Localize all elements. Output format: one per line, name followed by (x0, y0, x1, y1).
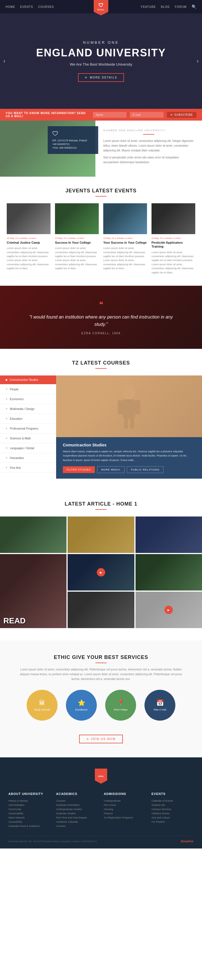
play-icon[interactable]: ▶ (164, 606, 173, 614)
list-item[interactable]: Campus Services (151, 808, 194, 811)
overlay (135, 517, 202, 553)
plus-icon: + (6, 436, 8, 440)
article-item[interactable] (68, 592, 134, 628)
nav-left-links: HOME EVENTS COURSES (6, 5, 54, 8)
course-item[interactable]: + Fine Arts (0, 463, 56, 473)
nav-blog[interactable]: BLOG (161, 5, 170, 8)
filter-studies-button[interactable]: Filter Studies (63, 466, 95, 473)
fax-text: +Fax: 048 506902131 (52, 146, 94, 149)
list-item[interactable]: News Network (8, 816, 51, 819)
dot-icon (6, 379, 7, 381)
list-item[interactable]: Student Life (151, 803, 194, 807)
footer-col-academics: ACADEMICS Courses Graduate Orientation U… (56, 792, 98, 829)
map-icon: 📍 (117, 699, 124, 706)
article-item-large[interactable]: READ (0, 554, 67, 628)
list-item[interactable]: Part-Time and Post-Degree (56, 816, 98, 819)
event-date-1: 15 May, 22 a october, m.Hms (7, 237, 51, 239)
list-item[interactable]: Pre-Arrival (104, 803, 146, 807)
public-relations-button[interactable]: Public Relations (127, 466, 164, 473)
info-bar: YOU WANT TO KNOW MORE INFORMATION? SEND … (0, 109, 202, 121)
service-label-excellence: Excellence (75, 708, 87, 711)
nav-home[interactable]: HOME (6, 5, 15, 8)
search-icon[interactable]: 🔍 (192, 5, 196, 9)
footer-logo: EthIc (8, 768, 194, 784)
site-logo[interactable]: 🛡 EthIc (94, 0, 108, 16)
event-image-3 (103, 203, 147, 234)
subscribe-button[interactable]: ✕ SUBSCRIBE (167, 112, 196, 118)
next-arrow-icon[interactable]: › (197, 57, 199, 65)
list-item[interactable]: Community (8, 808, 51, 811)
list-item[interactable]: Sustainability (8, 812, 51, 815)
article-item[interactable] (135, 554, 202, 590)
article-item[interactable]: ▶ (135, 592, 202, 628)
list-item[interactable]: Arts and Culture (151, 816, 194, 819)
list-item[interactable]: Housing (104, 808, 146, 811)
course-item[interactable]: + Professional Programs (0, 424, 56, 433)
courses-divider (95, 368, 107, 369)
footer-col-admissions-title: ADMISSIONS (104, 792, 146, 795)
event-image-4 (151, 203, 195, 234)
prev-arrow-icon[interactable]: ‹ (3, 57, 5, 65)
course-item[interactable]: + People (0, 384, 56, 394)
course-item[interactable]: + Languages / Global (0, 443, 56, 453)
list-item[interactable]: Administration (8, 803, 51, 807)
service-circle-excellence[interactable]: ⭐ Excellence (66, 690, 97, 721)
list-item[interactable]: Finance (104, 812, 146, 815)
list-item[interactable]: Graduate Studies (56, 812, 98, 815)
list-item[interactable]: Co-Registration Programs (104, 816, 146, 819)
hero-more-details-button[interactable]: ✕ MORE DETAILS (78, 73, 124, 82)
list-item[interactable]: Undergraduate Studies (56, 808, 98, 811)
play-icon[interactable]: ▶ (97, 568, 105, 576)
list-item[interactable]: Accessibility (8, 821, 51, 823)
name-input[interactable] (93, 112, 127, 118)
list-item[interactable]: Calendar of Events (151, 799, 194, 802)
nav-events[interactable]: EVENTS (20, 5, 33, 8)
about-info-box: 🛡 GR: 123-5178 Warsaw, Poland +48 604000… (48, 126, 98, 154)
article-item[interactable] (68, 517, 134, 553)
services-section: ETHIC GIVE YOUR BEST SERVICES Lorem ipsu… (0, 640, 202, 757)
list-item[interactable]: Undergraduate (104, 799, 146, 802)
footer-bottom-text: University Address: GR: 123-5178 Warsaw … (8, 840, 97, 843)
x-icon: ✕ (85, 76, 87, 79)
service-circle-study[interactable]: 🏛 Study Schools (27, 690, 57, 721)
course-label: Sciences & Math (10, 437, 31, 440)
join-now-button[interactable]: ✕ JOIN US NOW (79, 735, 123, 743)
footer-cols: ABOUT UNIVERSITY History & Mission Admin… (8, 792, 194, 829)
list-item[interactable]: Courses (56, 825, 98, 827)
events-grid: 15 May, 22 a october, m.Hms Criminal Jus… (7, 203, 195, 275)
nav-forum[interactable]: FORUM (175, 5, 186, 8)
email-input[interactable] (130, 112, 164, 118)
course-item[interactable]: + Humanities (0, 453, 56, 463)
footer-events-list: Calendar of Events Student Life Campus S… (151, 799, 194, 823)
visit-icon: 📅 (156, 699, 164, 706)
course-item[interactable]: + Multimedia / Design (0, 404, 56, 414)
services-divider (95, 663, 107, 663)
plus-icon: + (6, 456, 8, 460)
footer-col-events-title: EVENTS (151, 792, 194, 795)
article-item[interactable]: ▶ (68, 554, 134, 590)
nav-feature[interactable]: FEATURE (141, 5, 156, 8)
course-label: Professional Programs (10, 427, 38, 430)
list-item[interactable]: History & Mission (8, 799, 51, 802)
course-item[interactable]: + Education (0, 414, 56, 424)
course-item[interactable]: + Economics (0, 394, 56, 404)
list-item[interactable]: Graduate Facts & Guidance (8, 825, 51, 827)
anatomy-illustration (112, 384, 146, 429)
nav-courses[interactable]: COURSES (38, 5, 54, 8)
course-item[interactable]: + Sciences & Math (0, 433, 56, 443)
list-item[interactable]: Athletics Events (151, 812, 194, 815)
service-circle-map[interactable]: 📍 Find A Maps (105, 690, 136, 721)
footer-col-academics-title: ACADEMICS (56, 792, 98, 795)
course-item[interactable]: Comunicaction Studies (0, 375, 56, 384)
event-text-1: Lorem ipsum dolor sit amet, consectetur … (7, 246, 51, 270)
more-media-button[interactable]: More Media (97, 466, 124, 473)
list-item[interactable]: Academic Calendar (56, 821, 98, 823)
list-item[interactable]: Graduate Orientation (56, 803, 98, 807)
article-item[interactable] (135, 517, 202, 553)
list-item[interactable]: Courses (56, 799, 98, 802)
list-item[interactable]: For Position (151, 821, 194, 823)
article-item[interactable] (0, 517, 67, 553)
course-label: Multimedia / Design (10, 407, 35, 410)
footer-col-about-title: ABOUT UNIVERSITY (8, 792, 51, 795)
service-circle-visit[interactable]: 📅 Plan A Visit (145, 690, 175, 721)
